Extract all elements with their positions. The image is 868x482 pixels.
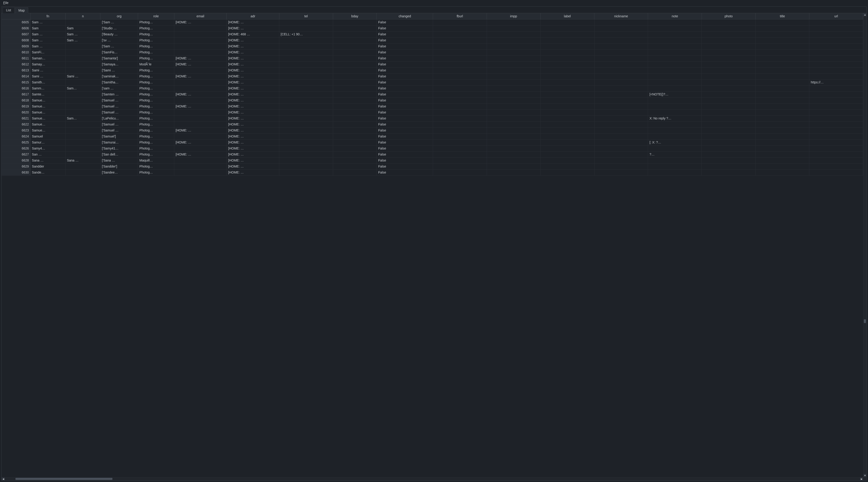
- cell-org[interactable]: ['sv …: [100, 37, 138, 43]
- cell-changed[interactable]: False: [377, 19, 433, 25]
- cell-photo[interactable]: [702, 67, 755, 73]
- cell-changed[interactable]: False: [377, 133, 433, 139]
- cell-changed[interactable]: False: [377, 43, 433, 49]
- cell-impp[interactable]: [487, 109, 540, 115]
- cell-tel[interactable]: [279, 85, 333, 91]
- cell-bday[interactable]: [333, 61, 377, 67]
- cell-url[interactable]: [809, 145, 863, 151]
- table-row[interactable]: 6630Sande…['Sandee…Photog…[HOME: …False: [2, 169, 863, 175]
- cell-changed[interactable]: False: [377, 85, 433, 91]
- cell-org[interactable]: ['Samuel …: [100, 103, 138, 109]
- cell-nickname[interactable]: [594, 151, 648, 158]
- cell-adr[interactable]: [HOME: …: [227, 25, 279, 31]
- table-row[interactable]: 6617Samte…['Samten …Photog…[HOME: …[HOME…: [2, 91, 863, 97]
- cell-changed[interactable]: False: [377, 109, 433, 115]
- cell-url[interactable]: [809, 163, 863, 169]
- cell-role[interactable]: ModÃ¨le: [138, 61, 174, 67]
- cell-note[interactable]: [648, 19, 702, 25]
- column-header-adr[interactable]: adr: [227, 13, 279, 19]
- cell-bday[interactable]: [333, 133, 377, 139]
- cell-title[interactable]: [755, 43, 809, 49]
- cell-impp[interactable]: [487, 115, 540, 121]
- cell-fburl[interactable]: [433, 103, 487, 109]
- scroll-right-arrow-icon[interactable]: ▶: [860, 477, 863, 480]
- table-row[interactable]: 6627San …['San dell…Photog…[HOME: …[HOME…: [2, 151, 863, 158]
- cell-role[interactable]: Photog…: [138, 115, 174, 121]
- cell-org[interactable]: ['Sana …: [100, 158, 138, 163]
- cell-photo[interactable]: [702, 25, 755, 31]
- cell-fn[interactable]: Sam …: [30, 31, 66, 37]
- cell-adr[interactable]: [HOME: …: [227, 97, 279, 103]
- cell-n[interactable]: [65, 169, 100, 175]
- cell-changed[interactable]: False: [377, 163, 433, 169]
- scroll-up-arrow-icon[interactable]: ▲: [863, 13, 866, 17]
- cell-org[interactable]: ['Sandder']: [100, 163, 138, 169]
- cell-url[interactable]: [809, 158, 863, 163]
- cell-n[interactable]: Sam…: [65, 115, 100, 121]
- cell-adr[interactable]: [HOME: …: [227, 73, 279, 79]
- cell-role[interactable]: Photog…: [138, 91, 174, 97]
- row-number[interactable]: 6616: [2, 85, 30, 91]
- cell-url[interactable]: [809, 37, 863, 43]
- cell-adr[interactable]: [HOME: 468 …: [227, 31, 279, 37]
- cell-tel[interactable]: [279, 115, 333, 121]
- cell-email[interactable]: [174, 145, 226, 151]
- cell-adr[interactable]: [HOME: …: [227, 103, 279, 109]
- cell-photo[interactable]: [702, 109, 755, 115]
- cell-org[interactable]: ['SamFis…: [100, 49, 138, 55]
- cell-n[interactable]: [65, 121, 100, 127]
- cell-note[interactable]: [648, 97, 702, 103]
- cell-email[interactable]: [174, 37, 226, 43]
- cell-org[interactable]: ['Studio …: [100, 25, 138, 31]
- cell-url[interactable]: [809, 169, 863, 175]
- cell-fburl[interactable]: [433, 97, 487, 103]
- cell-fn[interactable]: Samue…: [30, 97, 66, 103]
- cell-impp[interactable]: [487, 158, 540, 163]
- cell-changed[interactable]: False: [377, 145, 433, 151]
- cell-label[interactable]: [540, 103, 594, 109]
- table-row[interactable]: 6616Samm…Sam…['sam …Photog…[HOME: …False: [2, 85, 863, 91]
- cell-nickname[interactable]: [594, 61, 648, 67]
- cell-note[interactable]: X: No reply ?…: [648, 115, 702, 121]
- table-row[interactable]: 6622Samue…['Samuel …Photog…[HOME: …False: [2, 121, 863, 127]
- cell-url[interactable]: https://…: [809, 79, 863, 85]
- cell-bday[interactable]: [333, 85, 377, 91]
- cell-changed[interactable]: False: [377, 158, 433, 163]
- cell-fn[interactable]: Samte…: [30, 91, 66, 97]
- cell-bday[interactable]: [333, 91, 377, 97]
- cell-fburl[interactable]: [433, 158, 487, 163]
- cell-note[interactable]: [<NOTE{}?…: [648, 91, 702, 97]
- cell-tel[interactable]: [279, 61, 333, 67]
- column-header-org[interactable]: org: [100, 13, 138, 19]
- cell-label[interactable]: [540, 31, 594, 37]
- cell-changed[interactable]: False: [377, 73, 433, 79]
- cell-adr[interactable]: [HOME: …: [227, 37, 279, 43]
- cell-fburl[interactable]: [433, 73, 487, 79]
- cell-impp[interactable]: [487, 61, 540, 67]
- column-header-title[interactable]: title: [755, 13, 809, 19]
- row-number[interactable]: 6611: [2, 55, 30, 61]
- table-row[interactable]: 6613Sami …['Sami …Photog…[HOME: …False: [2, 67, 863, 73]
- cell-fn[interactable]: Sam: [30, 25, 66, 31]
- cell-title[interactable]: [755, 79, 809, 85]
- cell-changed[interactable]: False: [377, 55, 433, 61]
- cell-note[interactable]: [648, 127, 702, 133]
- cell-email[interactable]: [HOME: …: [174, 73, 226, 79]
- cell-label[interactable]: [540, 19, 594, 25]
- cell-bday[interactable]: [333, 79, 377, 85]
- table-row[interactable]: 6609Sam …['Sam …Photog…[HOME: …False: [2, 43, 863, 49]
- cell-title[interactable]: [755, 37, 809, 43]
- cell-changed[interactable]: False: [377, 127, 433, 133]
- cell-org[interactable]: ['LaPelicu…: [100, 115, 138, 121]
- cell-nickname[interactable]: [594, 67, 648, 73]
- cell-adr[interactable]: [HOME: …: [227, 19, 279, 25]
- cell-role[interactable]: Photog…: [138, 73, 174, 79]
- cell-fn[interactable]: Sandder: [30, 163, 66, 169]
- cell-changed[interactable]: False: [377, 139, 433, 145]
- cell-label[interactable]: [540, 158, 594, 163]
- cell-role[interactable]: Photog…: [138, 55, 174, 61]
- cell-fburl[interactable]: [433, 121, 487, 127]
- cell-role[interactable]: Photog…: [138, 121, 174, 127]
- cell-email[interactable]: [174, 49, 226, 55]
- cell-changed[interactable]: False: [377, 97, 433, 103]
